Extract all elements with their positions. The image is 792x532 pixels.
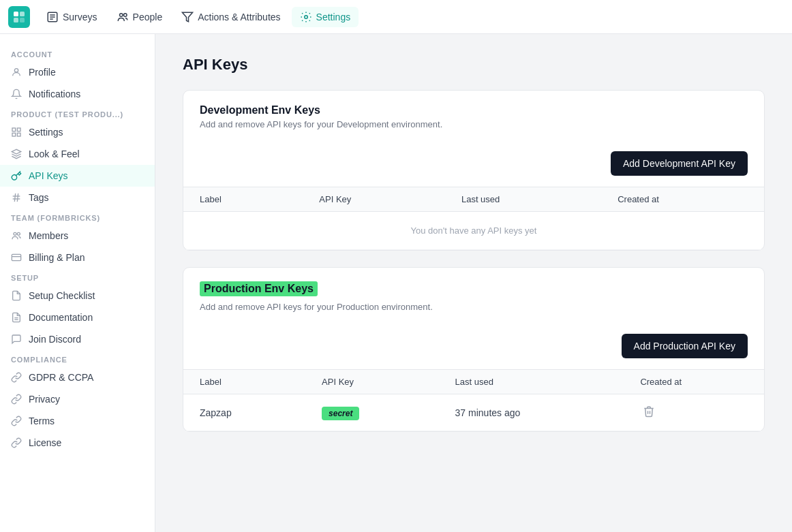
sidebar-notifications-label: Notifications: [29, 89, 80, 99]
sidebar-item-billing[interactable]: Billing & Plan: [0, 247, 155, 268]
account-section-label: ACCOUNT: [0, 45, 155, 61]
svg-rect-0: [14, 12, 18, 16]
prod-row-createdat: [624, 394, 764, 431]
main-content: API Keys Development Env Keys Add and re…: [155, 34, 792, 532]
page-title: API Keys: [183, 56, 765, 74]
table-row: Zapzap secret 37 minutes ago: [183, 394, 764, 431]
sidebar-item-terms[interactable]: Terms: [0, 410, 155, 432]
sidebar-item-members[interactable]: Members: [0, 225, 155, 247]
compliance-section-label: COMPLIANCE: [0, 350, 155, 366]
svg-line-20: [17, 193, 18, 202]
add-dev-api-key-button[interactable]: Add Development API Key: [611, 151, 748, 176]
svg-rect-1: [20, 12, 25, 16]
prod-table-header-apikey: API Key: [305, 370, 438, 394]
dev-card-title: Development Env Keys: [200, 104, 748, 116]
sidebar-item-join-discord[interactable]: Join Discord: [0, 328, 155, 350]
link-icon-privacy: [11, 394, 22, 405]
dev-api-table: Label API Key Last used Created at You d…: [183, 187, 764, 250]
nav-surveys[interactable]: Surveys: [38, 7, 106, 27]
svg-rect-3: [20, 18, 25, 22]
prod-table-header-lastused: Last used: [439, 370, 624, 394]
prod-row-lastused: 37 minutes ago: [439, 394, 624, 431]
members-icon: [11, 230, 22, 241]
bell-icon: [11, 89, 22, 99]
dev-card-action: Add Development API Key: [183, 140, 764, 187]
nav-settings-label: Settings: [316, 12, 351, 22]
top-navigation: Surveys People Actions & Attributes Sett…: [0, 0, 792, 34]
nav-people-label: People: [133, 12, 163, 22]
sidebar-item-settings[interactable]: Settings: [0, 121, 155, 143]
sidebar-item-gdpr[interactable]: GDPR & CCPA: [0, 366, 155, 388]
people-icon: [117, 11, 129, 23]
svg-rect-2: [14, 18, 18, 22]
surveys-icon: [46, 11, 59, 23]
dev-table-header-label: Label: [183, 187, 303, 212]
setup-section-label: SETUP: [0, 268, 155, 285]
sidebar-item-documentation[interactable]: Documentation: [0, 307, 155, 328]
sidebar-settings-label: Settings: [29, 127, 63, 138]
svg-marker-10: [183, 12, 193, 22]
dev-table-header-createdat: Created at: [601, 187, 764, 212]
dev-env-card: Development Env Keys Add and remove API …: [183, 90, 765, 251]
svg-line-19: [14, 193, 15, 202]
dev-card-desc: Add and remove API keys for your Develop…: [200, 119, 748, 129]
svg-point-21: [14, 232, 16, 235]
nav-surveys-label: Surveys: [63, 12, 97, 22]
prod-env-card: Production Env Keys Add and remove API k…: [183, 267, 765, 432]
nav-people[interactable]: People: [108, 7, 171, 27]
prod-row-label: Zapzap: [183, 394, 305, 431]
sidebar-item-privacy[interactable]: Privacy: [0, 388, 155, 410]
sidebar: ACCOUNT Profile Notifications PRODUCT (T…: [0, 34, 155, 532]
grid-icon: [11, 127, 22, 138]
paint-icon: [11, 148, 22, 159]
prod-api-table: Label API Key Last used Created at Zapza…: [183, 369, 764, 431]
add-prod-api-key-button[interactable]: Add Production API Key: [622, 334, 748, 358]
sidebar-item-setup-checklist[interactable]: Setup Checklist: [0, 285, 155, 307]
sidebar-gdpr-label: GDPR & CCPA: [29, 372, 93, 383]
sidebar-terms-label: Terms: [29, 416, 55, 426]
sidebar-billing-label: Billing & Plan: [29, 252, 85, 263]
prod-row-apikey: secret: [305, 394, 438, 431]
discord-icon: [11, 334, 22, 345]
dev-table-empty-row: You don't have any API keys yet: [183, 212, 764, 250]
nav-actions-attributes[interactable]: Actions & Attributes: [173, 7, 288, 27]
sidebar-api-keys-label: API Keys: [29, 170, 68, 181]
prod-card-action: Add Production API Key: [183, 323, 764, 369]
sidebar-item-api-keys[interactable]: API Keys: [0, 165, 155, 187]
sidebar-item-tags[interactable]: Tags: [0, 187, 155, 208]
nav-actions-label: Actions & Attributes: [198, 12, 280, 22]
trash-icon: [643, 405, 655, 418]
key-icon: [11, 170, 22, 181]
team-section-label: TEAM (Formbricks): [0, 208, 155, 225]
prod-card-title-text: Production Env Keys: [200, 281, 318, 296]
sidebar-members-label: Members: [29, 230, 68, 241]
prod-card-desc: Add and remove API keys for your Product…: [200, 302, 748, 312]
billing-icon: [11, 252, 22, 263]
prod-table-header-label: Label: [183, 370, 305, 394]
svg-rect-16: [17, 133, 20, 136]
dev-card-header: Development Env Keys Add and remove API …: [183, 91, 764, 140]
prod-card-header: Production Env Keys Add and remove API k…: [183, 268, 764, 323]
svg-point-8: [119, 13, 123, 16]
sidebar-look-feel-label: Look & Feel: [29, 148, 80, 159]
sidebar-item-look-feel[interactable]: Look & Feel: [0, 143, 155, 165]
sidebar-item-license[interactable]: License: [0, 432, 155, 454]
secret-badge: secret: [322, 407, 359, 420]
sidebar-item-profile[interactable]: Profile: [0, 61, 155, 83]
svg-rect-14: [17, 128, 20, 131]
svg-rect-13: [12, 128, 16, 131]
hash-icon: [11, 192, 22, 203]
app-layout: ACCOUNT Profile Notifications PRODUCT (T…: [0, 34, 792, 532]
nav-settings[interactable]: Settings: [292, 7, 359, 27]
product-section-label: PRODUCT (Test Produ...): [0, 105, 155, 121]
sidebar-tags-label: Tags: [29, 192, 49, 203]
dev-table-header-lastused: Last used: [445, 187, 601, 212]
docs-icon: [11, 312, 22, 323]
checklist-icon: [11, 290, 22, 301]
delete-api-key-button[interactable]: [640, 403, 658, 422]
link-icon-terms: [11, 416, 22, 426]
prod-card-title: Production Env Keys: [200, 281, 748, 299]
dev-table-empty-message: You don't have any API keys yet: [183, 212, 764, 250]
sidebar-item-notifications[interactable]: Notifications: [0, 83, 155, 105]
app-logo: [8, 6, 30, 28]
